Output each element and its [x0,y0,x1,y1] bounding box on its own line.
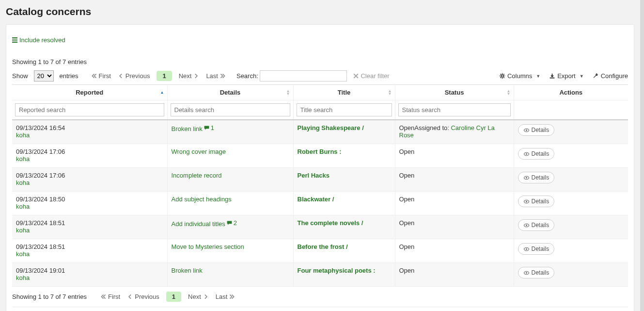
export-button[interactable]: Export ▼ [549,72,584,80]
status-text: Open [399,243,415,250]
col-header-actions: Actions [514,85,628,100]
download-icon [549,73,555,79]
title-filter-input[interactable] [297,103,392,116]
details-button[interactable]: Details [518,267,555,278]
gear-icon [499,73,505,79]
reported-date: 09/13/2024 19:01 [16,267,163,274]
configure-button[interactable]: Configure [593,72,628,80]
clear-filter-button[interactable]: Clear filter [353,72,389,80]
eye-icon [523,198,530,205]
reported-user-link[interactable]: koha [16,179,30,186]
status-filter-input[interactable] [398,103,511,116]
title-link[interactable]: Four metaphysical poets : [298,267,376,274]
next-page-button[interactable]: Next [188,293,209,300]
title-link[interactable]: Blackwater / [298,196,334,203]
first-page-button[interactable]: First [91,72,111,80]
details-button[interactable]: Details [518,148,555,160]
status-text: Open [399,267,415,274]
previous-page-button[interactable]: Previous [118,72,150,80]
eye-icon [523,270,530,276]
table-row: 09/13/2024 17:06kohaWrong cover imageRob… [12,144,628,168]
col-header-details[interactable]: Details ▲▼ [167,85,293,100]
title-link[interactable]: Robert Burns : [298,148,342,155]
bottom-toolbar: Showing 1 to 7 of 7 entries First Previo… [12,292,628,307]
details-link[interactable]: Incomplete record [172,172,222,179]
hamburger-icon [12,37,17,43]
status-text: Open [399,124,415,131]
details-filter-input[interactable] [171,103,290,116]
include-resolved-label: Include resolved [19,36,65,44]
reported-user-link[interactable]: koha [16,227,30,234]
col-header-title[interactable]: Title ▲▼ [293,85,395,100]
caret-down-icon: ▼ [536,74,540,79]
details-button[interactable]: Details [518,172,555,183]
search-box: Search: [236,70,347,82]
chevron-right-icon [193,73,199,79]
wrench-icon [593,73,599,79]
show-label-pre: Show [12,72,28,80]
eye-icon [523,151,530,157]
title-link[interactable]: Playing Shakespeare / [298,124,364,131]
entries-info-top: Showing 1 to 7 of 7 entries [12,58,628,65]
chevron-right-icon [203,294,209,300]
entries-info-bottom: Showing 1 to 7 of 7 entries [12,293,87,300]
svg-point-0 [501,75,503,77]
current-page-pill[interactable]: 1 [157,71,172,81]
reported-user-link[interactable]: koha [16,203,30,210]
title-link[interactable]: The complete novels / [298,219,363,227]
eye-icon [523,222,530,229]
details-link[interactable]: Move to Mysteries section [172,243,244,250]
chevron-double-left-icon [91,73,97,79]
table-toolbar: Show 20 entries First Previous 1 Next [12,70,628,82]
details-link[interactable]: Broken link [172,267,203,274]
col-header-status[interactable]: Status ▲▼ [395,85,514,100]
reported-filter-input[interactable] [15,103,164,116]
sort-desc-icon: ▼ [388,93,392,96]
status-text: Open [399,219,415,227]
last-page-button[interactable]: Last [206,72,226,80]
next-page-button[interactable]: Next [179,72,200,80]
include-resolved-toggle[interactable]: Include resolved [12,36,65,44]
svg-point-4 [526,153,527,155]
svg-point-10 [526,225,527,226]
details-button[interactable]: Details [518,196,555,207]
eye-icon [523,175,530,181]
reported-user-link[interactable]: koha [16,274,30,281]
columns-button[interactable]: Columns ▼ [499,72,540,80]
sort-desc-icon: ▼ [507,93,511,96]
table-row: 09/13/2024 18:51kohaMove to Mysteries se… [12,239,628,263]
svg-point-6 [526,177,527,179]
col-header-reported[interactable]: Reported ▲ [12,85,167,100]
status-text: Open [399,172,415,179]
last-page-button[interactable]: Last [216,293,236,300]
show-label-post: entries [60,72,79,80]
details-button[interactable]: Details [518,219,555,231]
page-size-select[interactable]: 20 [34,70,54,82]
assigned-label: Assigned to: [414,124,451,131]
search-input[interactable] [260,70,347,82]
reported-user-link[interactable]: koha [16,155,30,163]
title-link[interactable]: Perl Hacks [298,172,330,179]
comment-icon [204,125,210,131]
details-button[interactable]: Details [518,243,555,255]
previous-page-button[interactable]: Previous [127,293,159,300]
table-row: 09/13/2024 16:54kohaBroken link 1Playing… [12,120,628,144]
pagination-bottom: First Previous 1 Next Last [100,292,235,302]
reported-date: 09/13/2024 16:54 [16,124,163,131]
details-link[interactable]: Wrong cover image [172,148,226,155]
details-link[interactable]: Add subject headings [172,196,232,203]
concerns-table: Reported ▲ Details ▲▼ Title ▲▼ Status [12,84,628,287]
sort-desc-icon: ▼ [286,93,290,96]
details-link[interactable]: Add individual titles [172,220,225,228]
title-link[interactable]: Before the frost / [298,243,348,250]
reported-user-link[interactable]: koha [16,250,30,258]
current-page-pill[interactable]: 1 [166,292,181,302]
details-link[interactable]: Broken link [172,125,203,132]
chevron-double-left-icon [100,294,107,300]
comment-icon [226,220,233,226]
svg-point-8 [526,201,527,202]
reported-user-link[interactable]: koha [16,131,30,139]
first-page-button[interactable]: First [100,293,120,300]
table-row: 09/13/2024 18:50kohaAdd subject headings… [12,192,628,215]
details-button[interactable]: Details [518,124,555,136]
